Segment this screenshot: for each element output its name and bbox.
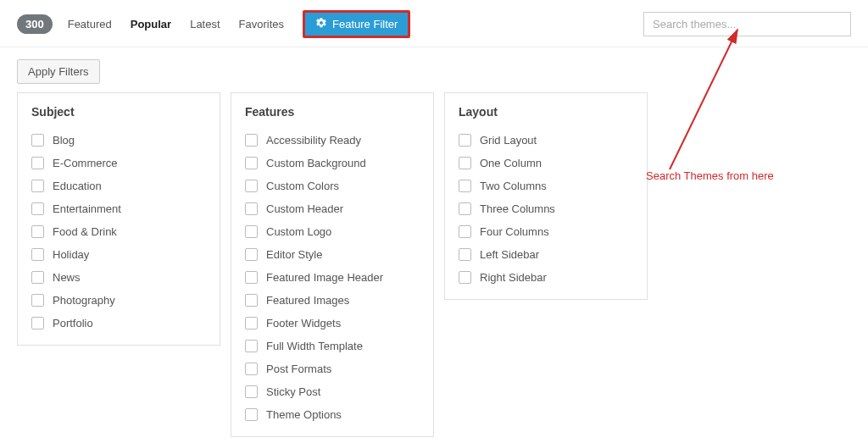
checkbox-icon [459,202,471,215]
group-features: Features Accessibility Ready Custom Back… [231,92,434,437]
filter-option[interactable]: Sticky Post [245,385,420,398]
filter-option[interactable]: Editor Style [245,248,420,261]
option-label: Holiday [53,248,89,261]
top-bar: 300 Featured Popular Latest Favorites Fe… [0,0,868,47]
filter-option[interactable]: Four Columns [459,225,633,238]
checkbox-icon [245,248,258,261]
checkbox-icon [245,317,258,329]
filter-option[interactable]: Holiday [31,248,206,261]
theme-count-badge: 300 [17,14,53,34]
option-label: Three Columns [480,202,555,215]
checkbox-icon [459,180,471,192]
filter-option[interactable]: Right Sidebar [459,271,633,284]
filter-option[interactable]: News [31,271,206,284]
filter-option[interactable]: Left Sidebar [459,248,633,261]
option-label: Editor Style [266,248,322,261]
checkbox-icon [31,180,44,192]
filter-groups: Subject Blog E-Commerce Education Entert… [0,92,868,443]
filter-option[interactable]: Food & Drink [31,225,206,238]
filter-option[interactable]: Featured Images [245,294,420,307]
group-title-layout: Layout [459,105,633,119]
apply-filters-button[interactable]: Apply Filters [17,59,100,84]
filter-option[interactable]: Education [31,180,206,192]
checkbox-icon [245,294,258,307]
apply-row: Apply Filters [0,47,868,92]
checkbox-icon [245,363,258,375]
filter-option[interactable]: Blog [31,134,206,147]
gear-icon [315,17,327,31]
annotation-text: Search Themes from here [646,169,774,182]
option-label: Post Formats [266,363,331,375]
option-label: Portfolio [53,317,93,329]
filter-option[interactable]: One Column [459,157,633,169]
filter-option[interactable]: Custom Header [245,202,420,215]
tab-popular[interactable]: Popular [131,18,171,30]
option-label: News [53,271,81,284]
search-input[interactable] [643,12,851,36]
group-subject: Subject Blog E-Commerce Education Entert… [17,92,220,346]
filter-option[interactable]: Full Width Template [245,340,420,352]
filter-option[interactable]: Entertainment [31,202,206,215]
checkbox-icon [459,157,471,169]
checkbox-icon [31,225,44,238]
option-label: Custom Header [266,202,343,215]
checkbox-icon [245,134,258,147]
option-label: Custom Colors [266,180,339,192]
checkbox-icon [459,248,471,261]
option-label: Four Columns [480,225,549,238]
filter-option[interactable]: Featured Image Header [245,271,420,284]
filter-option[interactable]: Portfolio [31,317,206,329]
option-label: Two Columns [480,180,547,192]
checkbox-icon [245,385,258,398]
option-label: Food & Drink [53,225,117,238]
option-label: Featured Images [266,294,349,307]
filter-option[interactable]: Post Formats [245,363,420,375]
option-label: Photography [53,294,115,307]
option-label: Custom Logo [266,225,331,238]
option-label: Right Sidebar [480,271,547,284]
filter-option[interactable]: Custom Colors [245,180,420,192]
option-label: Featured Image Header [266,271,383,284]
option-label: Left Sidebar [480,248,539,261]
option-label: Theme Options [266,408,342,421]
filter-option[interactable]: Custom Background [245,157,420,169]
tab-latest[interactable]: Latest [190,18,220,30]
option-label: Accessibility Ready [266,134,361,147]
filter-option[interactable]: Custom Logo [245,225,420,238]
checkbox-icon [459,271,471,284]
group-title-subject: Subject [31,105,206,119]
tab-featured[interactable]: Featured [68,18,112,30]
checkbox-icon [31,271,44,284]
filter-option[interactable]: Grid Layout [459,134,633,147]
checkbox-icon [31,157,44,169]
checkbox-icon [31,248,44,261]
filter-option[interactable]: Footer Widgets [245,317,420,329]
checkbox-icon [31,317,44,329]
checkbox-icon [31,134,44,147]
checkbox-icon [245,225,258,238]
checkbox-icon [459,225,471,238]
option-label: Blog [53,134,75,147]
tab-favorites[interactable]: Favorites [239,18,284,30]
filter-option[interactable]: Two Columns [459,180,633,192]
option-label: Grid Layout [480,134,537,147]
option-label: E-Commerce [53,157,118,169]
feature-filter-label: Feature Filter [332,18,398,30]
checkbox-icon [31,202,44,215]
feature-filter-button[interactable]: Feature Filter [303,10,410,38]
filter-option[interactable]: E-Commerce [31,157,206,169]
option-label: Full Width Template [266,340,363,352]
option-label: One Column [480,157,542,169]
option-label: Entertainment [53,202,121,215]
filter-option[interactable]: Photography [31,294,206,307]
option-label: Education [53,180,102,192]
filter-option[interactable]: Theme Options [245,408,420,421]
option-label: Custom Background [266,157,366,169]
filter-option[interactable]: Accessibility Ready [245,134,420,147]
option-label: Sticky Post [266,385,320,398]
checkbox-icon [459,134,471,147]
filter-option[interactable]: Three Columns [459,202,633,215]
search-wrap [643,12,851,36]
checkbox-icon [245,408,258,421]
checkbox-icon [245,202,258,215]
